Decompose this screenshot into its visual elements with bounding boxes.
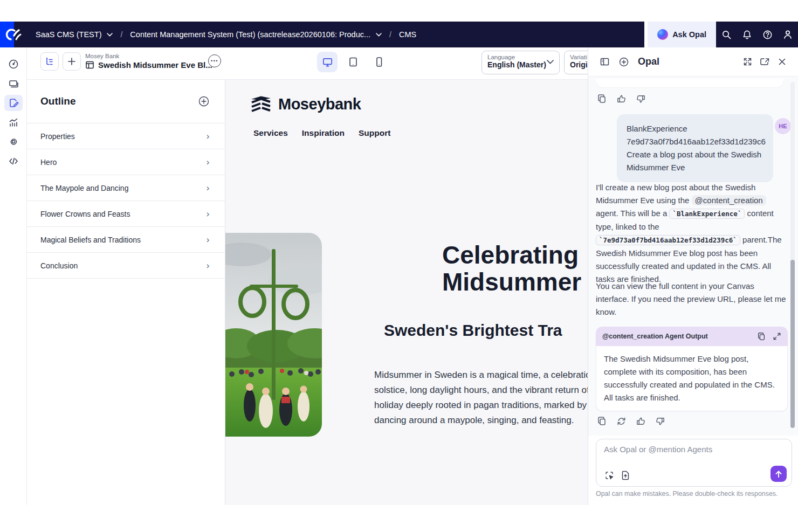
language-value: English (Master) <box>487 60 554 69</box>
outline-item-label: Hero <box>40 158 57 167</box>
ask-opal-label: Ask Opal <box>672 30 706 39</box>
chevron-right-icon: › <box>206 183 210 194</box>
breadcrumb-section-label: CMS <box>399 30 416 39</box>
site-name: Mosey Bank <box>85 53 119 59</box>
copy-icon[interactable] <box>597 416 607 426</box>
assistant-text: agent. This will be a <box>596 209 669 218</box>
chevron-right-icon: › <box>206 157 210 168</box>
open-in-new-icon[interactable] <box>757 54 772 70</box>
moseybank-logo-icon <box>249 93 273 115</box>
chevron-right-icon: › <box>206 209 210 219</box>
media-folders-icon[interactable] <box>4 75 23 92</box>
page-title: Swedish Midsummer Eve Bl... <box>98 60 212 70</box>
preview-site-nav: Services Inspiration Support <box>253 128 390 138</box>
assistant-message: You can view the full content in your Ca… <box>596 280 787 319</box>
send-button[interactable] <box>771 466 787 482</box>
settings-gear-icon[interactable] <box>4 134 23 150</box>
ask-opal-button[interactable]: Ask Opal <box>648 22 716 47</box>
agent-output-card: @content_creation Agent Output The Swedi… <box>596 327 788 411</box>
page-options-ellipsis-button[interactable]: ••• <box>208 54 221 67</box>
hero-paragraph-line: dancing around a maypole, singing, and f… <box>374 413 603 428</box>
panel-layout-icon[interactable] <box>597 54 612 70</box>
outline-item-hero[interactable]: Hero › <box>27 149 225 175</box>
breadcrumb-product[interactable]: SaaS CMS (TEST) <box>36 30 113 39</box>
chat-scrollbar-thumb[interactable] <box>790 260 795 428</box>
preview-desktop-button[interactable] <box>317 52 338 72</box>
nav-link-services[interactable]: Services <box>253 128 288 138</box>
help-icon[interactable] <box>757 22 778 47</box>
notifications-bell-icon[interactable] <box>737 22 757 47</box>
user-message-line: 7e9d73a0f7bd416aab12ef33d1d239c6 <box>627 135 763 148</box>
outline-item-label: Properties <box>40 132 75 141</box>
copy-icon[interactable] <box>597 94 607 104</box>
add-content-button[interactable] <box>63 52 81 71</box>
content-tree-button[interactable] <box>40 52 59 71</box>
top-navbar: SaaS CMS (TEST) / Content Management Sys… <box>0 22 798 47</box>
account-person-icon[interactable] <box>778 22 798 47</box>
nav-link-inspiration[interactable]: Inspiration <box>302 128 345 138</box>
chevron-down-icon <box>107 33 113 37</box>
outline-item-label: The Maypole and Dancing <box>40 184 128 192</box>
language-select[interactable]: Language English (Master) <box>481 51 560 74</box>
user-message-bubble: BlankExperience 7e9d73a0f7bd416aab12ef33… <box>617 114 773 182</box>
outline-item-magical-beliefs[interactable]: Magical Beliefs and Traditions › <box>27 227 225 253</box>
attach-file-icon[interactable] <box>620 470 631 481</box>
expand-icon[interactable] <box>773 332 781 341</box>
user-avatar: HE <box>775 118 791 134</box>
outline-item-label: Conclusion <box>40 261 78 270</box>
current-page[interactable]: Swedish Midsummer Eve Bl... <box>85 60 212 70</box>
add-section-icon[interactable] <box>198 95 210 107</box>
optimizely-logo-icon <box>3 25 23 44</box>
outline-item-maypole[interactable]: The Maypole and Dancing › <box>27 175 225 201</box>
breadcrumb-product-label: SaaS CMS (TEST) <box>36 30 101 39</box>
user-message-line: Create a blog post about the Swedish <box>627 148 763 161</box>
breadcrumb-project-label: Content Management System (Test) (sactre… <box>130 30 370 39</box>
opal-chat-scroll-area[interactable]: BlankExperience 7e9d73a0f7bd416aab12ef33… <box>588 77 798 436</box>
moseybank-brand-name: Moseybank <box>278 95 361 113</box>
select-element-icon[interactable] <box>604 470 615 481</box>
left-icon-rail <box>0 47 27 505</box>
code-icon[interactable] <box>4 153 23 169</box>
outline-item-label: Magical Beliefs and Traditions <box>40 236 141 244</box>
edit-page-icon[interactable] <box>4 95 23 111</box>
opal-input-field[interactable] <box>604 445 782 454</box>
hero-paragraph: Midsummer in Sweden is a magical time, a… <box>374 368 603 428</box>
message-actions-row <box>597 94 646 104</box>
maypole-photo <box>225 233 322 437</box>
new-chat-icon[interactable] <box>616 54 631 70</box>
search-icon[interactable] <box>716 22 737 47</box>
chevron-down-icon <box>547 60 554 64</box>
thumbs-up-icon[interactable] <box>636 416 646 426</box>
outline-sidebar: Outline Properties › Hero › The Maypole … <box>27 80 225 505</box>
copy-icon[interactable] <box>757 332 766 341</box>
thumbs-up-icon[interactable] <box>616 94 627 104</box>
preview-mobile-button[interactable] <box>369 52 389 72</box>
outline-item-conclusion[interactable]: Conclusion › <box>27 253 225 279</box>
hero-heading: Celebrating Midsummer <box>442 241 581 295</box>
hero-heading-line2: Midsummer <box>442 268 581 295</box>
breadcrumb-separator: / <box>120 30 122 39</box>
analytics-icon[interactable] <box>4 114 23 130</box>
agent-output-title: @content_creation Agent Output <box>602 333 757 340</box>
close-icon[interactable] <box>774 54 789 70</box>
breadcrumb-section[interactable]: CMS <box>399 30 416 39</box>
opal-input-box[interactable] <box>596 439 792 487</box>
thumbs-down-icon[interactable] <box>655 416 665 426</box>
opal-input-section: Opal can make mistakes. Please double-ch… <box>588 436 798 505</box>
nav-link-support[interactable]: Support <box>359 128 390 138</box>
outline-item-flower-crowns[interactable]: Flower Crowns and Feasts › <box>27 201 225 227</box>
agent-mention-pill[interactable]: @content_creation <box>692 195 766 205</box>
thumbs-down-icon[interactable] <box>636 94 646 104</box>
breadcrumb-separator: / <box>389 30 391 39</box>
code-token: `BlankExperience` <box>669 209 745 219</box>
dashboard-gauge-icon[interactable] <box>4 56 23 72</box>
preview-tablet-button[interactable] <box>343 52 363 72</box>
user-message-line: BlankExperience <box>627 122 763 135</box>
page-layout-icon <box>85 60 94 70</box>
expand-icon[interactable] <box>740 54 755 70</box>
outline-item-properties[interactable]: Properties › <box>27 123 225 149</box>
agent-output-card-header: @content_creation Agent Output <box>596 327 788 346</box>
breadcrumb-project[interactable]: Content Management System (Test) (sactre… <box>130 30 382 39</box>
regenerate-icon[interactable] <box>616 416 627 426</box>
app-logo[interactable] <box>0 22 27 47</box>
